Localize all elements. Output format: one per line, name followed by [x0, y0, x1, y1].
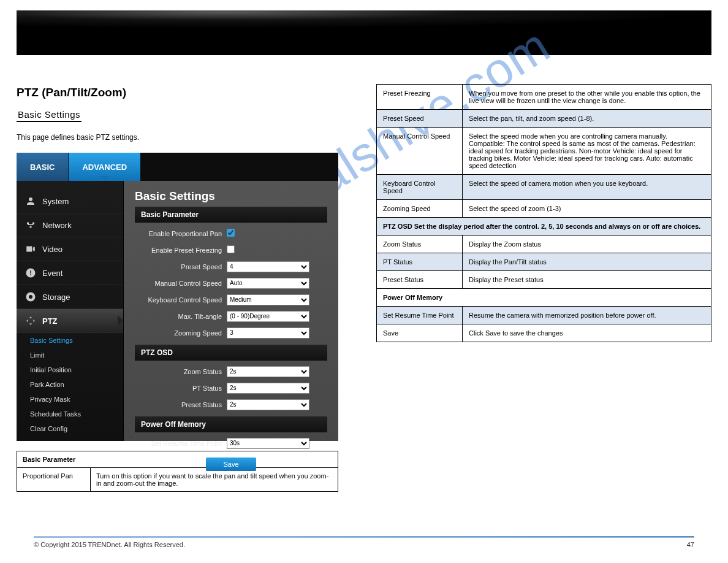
table-row-label: Zoom Status [377, 236, 463, 253]
proportional-pan-checkbox[interactable] [227, 229, 235, 237]
panel-title: Basic Settings [135, 190, 327, 203]
page-footer: © Copyright 2015 TRENDnet. All Rights Re… [34, 541, 694, 548]
save-button[interactable]: Save [206, 458, 256, 471]
submenu-scheduled-tasks[interactable]: Scheduled Tasks [17, 407, 123, 421]
submenu-privacy-mask[interactable]: Privacy Mask [17, 392, 123, 407]
footer-page-number: 47 [687, 541, 694, 548]
preset-speed-select[interactable]: 4 [227, 261, 309, 272]
sidebar-item-ptz[interactable]: PTZ [17, 309, 123, 333]
submenu-clear-config[interactable]: Clear Config [17, 421, 123, 436]
sidebar-item-label: Event [42, 269, 63, 278]
sidebar-item-label: System [42, 197, 69, 206]
group-power-off-memory: Power Off Memory [135, 416, 327, 432]
sidebar-item-system[interactable]: System [17, 190, 123, 213]
tab-advanced[interactable]: ADVANCED [69, 153, 140, 181]
table-row-desc: Select the speed of camera motion when y… [463, 175, 711, 200]
storage-icon [25, 291, 36, 302]
sidebar: System Network Video Event Storage PTZ B… [17, 181, 124, 441]
field-label: Set Resume Time Point [135, 440, 227, 447]
field-label: Keyboard Control Speed [135, 296, 227, 304]
settings-screenshot: BASIC ADVANCED System Network Video Even… [17, 153, 338, 441]
field-label: Zoom Status [135, 368, 227, 375]
field-label: Manual Control Speed [135, 280, 227, 287]
sidebar-item-label: PTZ [42, 316, 58, 326]
right-description-table: Preset FreezingWhen you move from one pr… [376, 84, 711, 342]
tab-basic[interactable]: BASIC [17, 153, 69, 181]
sidebar-item-network[interactable]: Network [17, 213, 123, 237]
user-settings-icon [25, 196, 36, 207]
sidebar-item-video[interactable]: Video [17, 237, 123, 261]
footer-rule [34, 536, 694, 537]
group-ptz-osd: PTZ OSD [135, 345, 327, 361]
section-title: PTZ (Pan/Tilt/Zoom) [17, 86, 352, 99]
ptz-icon [25, 315, 36, 326]
resume-time-point-select[interactable]: 30s [227, 438, 309, 449]
submenu-park-action[interactable]: Park Action [17, 377, 123, 392]
footer-copyright: © Copyright 2015 TRENDnet. All Rights Re… [34, 541, 185, 548]
table-row-label: Preset Status [377, 271, 463, 289]
field-label: Enable Proportional Pan [135, 230, 227, 237]
table-row-desc: Resume the camera with memorized positio… [463, 307, 711, 324]
table-row-desc: When you move from one preset to the oth… [463, 85, 711, 110]
manual-control-speed-select[interactable]: Auto [227, 278, 309, 289]
sidebar-item-label: Network [42, 221, 72, 230]
max-tilt-angle-select[interactable]: (0 - 90)Degree [227, 311, 309, 322]
sidebar-item-storage[interactable]: Storage [17, 285, 123, 309]
sidebar-item-event[interactable]: Event [17, 261, 123, 285]
field-label: Zooming Speed [135, 329, 227, 337]
table-section-header: PTZ OSD Set the display period after the… [377, 218, 711, 236]
alert-icon [25, 267, 36, 278]
field-label: Enable Preset Freezing [135, 247, 227, 254]
table-row-label: Preset Freezing [377, 85, 463, 110]
table-row-label: Preset Speed [377, 110, 463, 128]
field-label: Preset Status [135, 401, 227, 408]
table-row-label: Set Resume Time Point [377, 307, 463, 324]
page-header-banner [17, 10, 711, 55]
table-row-label: Proportional Pan [17, 468, 91, 492]
table-row-label: Zooming Speed [377, 200, 463, 218]
preset-freezing-checkbox[interactable] [227, 245, 235, 253]
table-row-desc: Display the Zoom status [463, 236, 711, 253]
table-row-label: PT Status [377, 253, 463, 271]
sidebar-item-label: Video [42, 245, 63, 254]
table-row-label: Manual Control Speed [377, 128, 463, 175]
right-column: Preset FreezingWhen you move from one pr… [376, 71, 711, 545]
video-icon [25, 243, 36, 255]
submenu-limit[interactable]: Limit [17, 348, 123, 362]
network-icon [25, 220, 36, 231]
sidebar-item-label: Storage [42, 293, 70, 302]
table-row-desc: Select the speed of zoom (1-3) [463, 200, 711, 218]
table-row-desc: Display the Pan/Tilt status [463, 253, 711, 271]
submenu-basic-settings[interactable]: Basic Settings [17, 333, 123, 348]
zooming-speed-select[interactable]: 3 [227, 327, 309, 339]
table-row-desc: Select the pan, tilt, and zoom speed (1-… [463, 110, 711, 128]
pt-status-select[interactable]: 2s [227, 383, 309, 394]
table-row-desc: Click Save to save the changes [463, 324, 711, 342]
subsection-desc: This page defines basic PTZ settings. [17, 133, 352, 142]
table-row-desc: Turn on this option if you want to scale… [91, 468, 338, 492]
group-basic-parameter: Basic Parameter [135, 207, 327, 223]
table-section-header: Power Off Memory [377, 289, 711, 307]
field-label: Max. Tilt-angle [135, 313, 227, 320]
submenu-initial-position[interactable]: Initial Position [17, 362, 123, 377]
field-label: Preset Speed [135, 263, 227, 270]
subsection-title: Basic Settings [17, 103, 82, 122]
settings-panel: Basic Settings Basic Parameter Enable Pr… [124, 181, 338, 441]
zoom-status-select[interactable]: 2s [227, 366, 309, 377]
table-row-label: Save [377, 324, 463, 342]
table-row-desc: Display the Preset status [463, 271, 711, 289]
left-column: PTZ (Pan/Tilt/Zoom) Basic Settings This … [17, 71, 352, 545]
field-label: PT Status [135, 385, 227, 392]
table-row-label: Keyboard Control Speed [377, 175, 463, 200]
keyboard-control-speed-select[interactable]: Medium [227, 294, 309, 305]
preset-status-select[interactable]: 2s [227, 399, 309, 410]
table-row-desc: Select the speed mode when you are contr… [463, 128, 711, 175]
